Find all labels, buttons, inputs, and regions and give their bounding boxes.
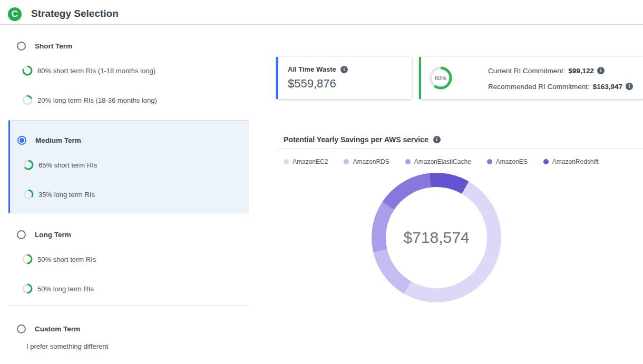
- progress-ring-icon: [22, 65, 33, 76]
- strategy-option-short-term[interactable]: Short Term: [17, 41, 72, 51]
- strategy-detail-label: 65% short term RIs: [38, 161, 97, 169]
- progress-ring-icon: [23, 189, 34, 200]
- strategy-detail-row: 50% short term RIs: [22, 254, 96, 264]
- strategy-detail-label: 20% long term RIs (18-36 months long): [37, 96, 157, 104]
- header-divider: [0, 24, 643, 25]
- strategy-detail-row: 80% short term RIs (1-18 months long): [22, 65, 155, 76]
- chart-divider: [276, 149, 643, 149]
- savings-donut-chart[interactable]: $718,574: [372, 173, 501, 302]
- info-icon[interactable]: [433, 136, 441, 143]
- strategy-detail-label: 50% long term RIs: [37, 285, 94, 293]
- current-ri-commitment-label: Current RI Commitment:: [488, 67, 565, 75]
- legend-item[interactable]: AmazonEC2: [284, 158, 328, 165]
- strategy-selection-page: C Strategy Selection Short Term 80% shor…: [0, 0, 643, 364]
- strategy-detail-label: 35% long term RIs: [38, 191, 95, 199]
- radio-medium-term[interactable]: [17, 136, 26, 145]
- legend-dot-icon: [543, 159, 549, 164]
- info-icon[interactable]: [597, 67, 605, 74]
- info-icon[interactable]: [626, 83, 633, 90]
- info-icon[interactable]: [340, 66, 348, 73]
- legend-dot-icon: [487, 159, 492, 164]
- progress-ring-icon: [23, 160, 34, 170]
- progress-ring-icon: [22, 283, 33, 294]
- legend-item[interactable]: AmazonES: [487, 158, 528, 165]
- strategy-detail-row: 50% long term RIs: [22, 283, 94, 294]
- progress-ring-icon: [22, 95, 33, 105]
- legend-dot-icon: [344, 159, 349, 164]
- recommended-ri-commitment-value: $163,947: [593, 83, 622, 91]
- strategy-detail-label: 80% short term RIs (1-18 months long): [37, 67, 155, 75]
- progress-ring-icon: [22, 254, 33, 264]
- page-title: Strategy Selection: [31, 8, 119, 19]
- legend-item[interactable]: AmazonElastiCache: [405, 158, 471, 165]
- app-logo-icon: C: [8, 7, 22, 21]
- waste-card-title: All Time Waste: [288, 65, 336, 73]
- current-ri-commitment-row: Current RI Commitment: $99,122: [488, 65, 633, 76]
- donut-center-total: $718,574: [403, 229, 469, 247]
- strategy-label: Medium Term: [35, 136, 81, 144]
- section-divider: [8, 306, 249, 306]
- legend-dot-icon: [405, 159, 411, 164]
- custom-term-description: I prefer something different: [26, 342, 108, 350]
- chart-legend: AmazonEC2AmazonRDSAmazonElastiCacheAmazo…: [284, 158, 599, 165]
- strategy-detail-row: 65% short term RIs: [23, 160, 97, 170]
- strategy-option-custom-term[interactable]: Custom Term: [17, 323, 80, 334]
- gauge-value: 60%: [435, 75, 446, 81]
- strategy-detail-row: 20% long term RIs (18-36 months long): [22, 95, 157, 105]
- waste-card-value: $559,876: [288, 77, 336, 91]
- strategy-label: Short Term: [35, 42, 72, 50]
- donut-hole: $718,574: [386, 187, 487, 288]
- chart-title: Potential Yearly Savings per AWS service: [284, 135, 428, 144]
- strategy-option-medium-term[interactable]: Medium Term: [17, 135, 81, 145]
- legend-label: AmazonES: [496, 158, 528, 165]
- strategy-option-long-term[interactable]: Long Term: [17, 229, 71, 240]
- ri-commitment-card: 60% Current RI Commitment: $99,122 Recom…: [419, 57, 643, 99]
- radio-short-term[interactable]: [17, 42, 26, 51]
- legend-label: AmazonElastiCache: [414, 158, 471, 165]
- recommended-ri-commitment-row: Recommended RI Commitment: $163,947: [488, 81, 633, 92]
- legend-item[interactable]: AmazonRDS: [344, 158, 389, 165]
- strategy-label: Custom Term: [35, 325, 80, 333]
- strategy-detail-row: 35% long term RIs: [23, 189, 95, 200]
- strategy-label: Long Term: [35, 231, 71, 239]
- ri-commitment-gauge-icon: 60%: [427, 65, 454, 91]
- strategy-detail-label: 50% short term RIs: [37, 255, 96, 263]
- legend-label: AmazonEC2: [293, 158, 328, 165]
- all-time-waste-card: All Time Waste $559,876: [276, 57, 412, 99]
- recommended-ri-commitment-label: Recommended RI Commitment:: [488, 83, 590, 91]
- legend-dot-icon: [284, 159, 289, 164]
- legend-item[interactable]: AmazonRedshift: [543, 158, 599, 165]
- radio-custom-term[interactable]: [17, 324, 26, 333]
- current-ri-commitment-value: $99,122: [568, 67, 594, 75]
- legend-label: AmazonRedshift: [552, 158, 599, 165]
- radio-long-term[interactable]: [17, 230, 26, 239]
- legend-label: AmazonRDS: [353, 158, 389, 165]
